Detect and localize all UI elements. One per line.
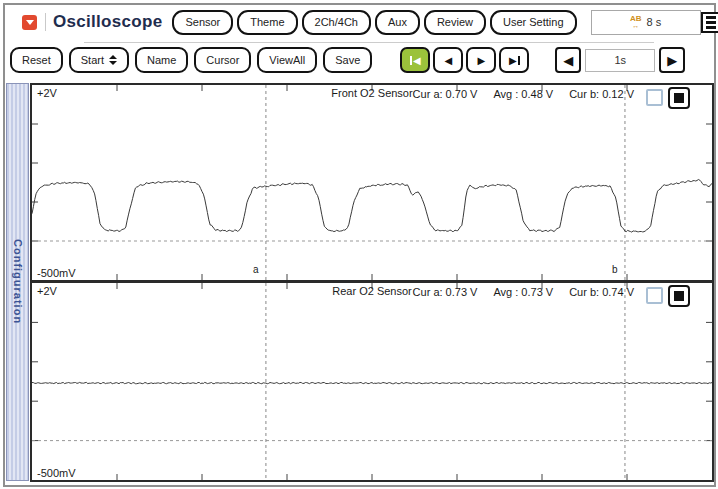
title-bar: Oscilloscope Sensor Theme 2Ch/4Ch Aux Re… — [22, 9, 710, 35]
step-back-button[interactable]: ◀ — [433, 47, 463, 73]
start-button[interactable]: Start — [69, 47, 129, 73]
cursor-b-tag[interactable]: b — [612, 264, 618, 275]
volts-bottom-label: -500mV — [37, 267, 76, 279]
average-value: Avg : 0.48 V — [493, 88, 553, 100]
theme-button[interactable]: Theme — [237, 10, 297, 35]
menu-icon[interactable] — [701, 12, 718, 33]
skip-start-icon: ◀ — [413, 55, 421, 66]
ab-time-value: 8 s — [646, 16, 661, 28]
volts-top-label: +2V — [37, 285, 57, 297]
volts-bottom-label: -500mV — [37, 467, 76, 479]
app-title: Oscilloscope — [53, 12, 162, 32]
cursor-b-value: Cur b: 0.74 V — [569, 286, 634, 298]
user-setting-button[interactable]: User Setting — [490, 10, 577, 35]
ab-range-icon: AB ↔ — [630, 15, 642, 29]
channel-2-title: Rear O2 Sensor — [332, 285, 411, 297]
channel-1-measurements: Cur a: 0.70 V Avg : 0.48 V Cur b: 0.12 V — [413, 88, 634, 100]
cursor-b-value: Cur b: 0.12 V — [569, 88, 634, 100]
skip-to-start-button[interactable]: ◀ — [400, 47, 430, 73]
skip-end-icon: ▶ — [509, 55, 517, 66]
skip-to-end-button[interactable]: ▶ — [499, 47, 529, 73]
volts-top-label: +2V — [37, 87, 57, 99]
name-button[interactable]: Name — [135, 47, 188, 73]
channel-2-waveform — [32, 283, 712, 480]
divider — [45, 13, 46, 31]
timebase-decrease-button[interactable]: ◀ — [555, 47, 581, 73]
aux-button[interactable]: Aux — [375, 10, 420, 35]
configuration-tab[interactable]: Configuration — [6, 83, 29, 481]
review-button[interactable]: Review — [424, 10, 486, 35]
cursor-a-tag[interactable]: a — [253, 264, 259, 275]
reset-button[interactable]: Reset — [10, 47, 63, 73]
channel-1-waveform — [32, 85, 712, 280]
timebase-increase-button[interactable]: ▶ — [659, 47, 685, 73]
cursor-a-value: Cur a: 0.73 V — [413, 286, 478, 298]
configuration-tab-label: Configuration — [12, 239, 24, 324]
step-forward-icon: ▶ — [477, 55, 485, 66]
average-value: Avg : 0.73 V — [493, 286, 553, 298]
playback-controls: ◀ ◀ ▶ ▶ — [400, 47, 529, 73]
timebase-control: ◀ 1s ▶ — [555, 47, 685, 73]
step-back-icon: ◀ — [444, 55, 452, 66]
spinner-icon — [109, 55, 117, 65]
sensor-button[interactable]: Sensor — [172, 10, 233, 35]
chevron-down-icon — [26, 20, 34, 25]
save-button[interactable]: Save — [323, 47, 372, 73]
channel-2-plot: +2V Rear O2 Sensor Cur a: 0.73 V Avg : 0… — [30, 281, 714, 482]
channel-1-visibility-checkbox[interactable] — [646, 89, 663, 106]
channel-2-measurements: Cur a: 0.73 V Avg : 0.73 V Cur b: 0.74 V — [413, 286, 634, 298]
channel-2-visibility-checkbox[interactable] — [646, 287, 663, 304]
channel-1-plot: +2V Front O2 Sensor Cur a: 0.70 V Avg : … — [30, 83, 714, 282]
channel-1-title: Front O2 Sensor — [331, 87, 412, 99]
channel-mode-button[interactable]: 2Ch/4Ch — [302, 10, 371, 35]
app-dropdown-icon[interactable] — [22, 15, 37, 30]
ab-time-display: AB ↔ 8 s — [591, 10, 701, 35]
channel-2-style-button[interactable] — [668, 285, 690, 307]
cursor-button[interactable]: Cursor — [194, 47, 251, 73]
cursor-a-value: Cur a: 0.70 V — [413, 88, 478, 100]
viewall-button[interactable]: ViewAll — [257, 47, 317, 73]
black-square-icon — [674, 93, 684, 103]
toolbar-separator — [84, 42, 654, 43]
timebase-value: 1s — [585, 49, 655, 72]
toolbar: Reset Start Name Cursor ViewAll Save ◀ ◀… — [10, 47, 710, 73]
channel-1-style-button[interactable] — [668, 87, 690, 109]
step-forward-button[interactable]: ▶ — [466, 47, 496, 73]
black-square-icon — [674, 291, 684, 301]
